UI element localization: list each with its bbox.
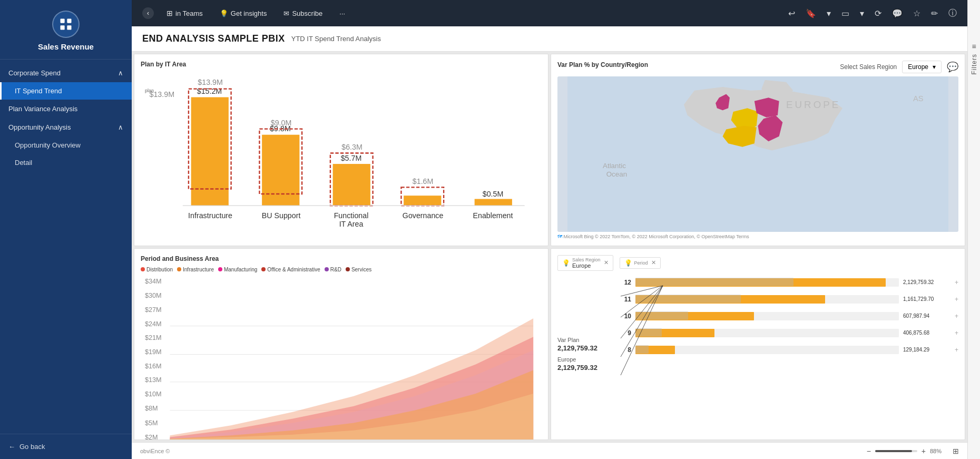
ellipsis-icon: ··· — [339, 9, 345, 17]
zoom-slider-fill — [875, 450, 912, 452]
info-icon[interactable]: ⓘ — [946, 6, 959, 21]
svg-text:$10M: $10M — [145, 390, 162, 397]
map-header: Var Plan % by Country/Region Select Sale… — [557, 61, 958, 73]
zoom-minus-button[interactable]: − — [867, 447, 871, 455]
more-button[interactable]: ··· — [335, 7, 349, 19]
var-bar-overlay-10 — [635, 311, 688, 320]
layout-icon[interactable]: ▭ — [839, 6, 851, 21]
var-value-11: 1,161,729.70 — [903, 296, 950, 302]
sidebar-item-opportunity-analysis[interactable]: Opportunity Analysis ∧ — [0, 118, 132, 136]
var-bar-overlay-8 — [635, 345, 649, 354]
svg-text:$27M: $27M — [145, 306, 162, 313]
var-value-9: 406,875.68 — [903, 330, 950, 336]
subscribe-button[interactable]: ✉ Subscribe — [279, 7, 327, 19]
page-icon[interactable]: ⊞ — [953, 447, 959, 455]
svg-text:$5.7M: $5.7M — [341, 154, 362, 162]
sidebar-nav: Corporate Spend ∧ IT Spend Trend Plan Va… — [0, 60, 132, 434]
svg-rect-2 — [61, 25, 65, 30]
bottom-bar: obviEnce © − + 88% ⊞ — [132, 442, 967, 459]
filters-panel[interactable]: ≡ Filters — [967, 0, 980, 459]
var-plus-9[interactable]: + — [955, 329, 958, 337]
sidebar-footer: ← Go back — [0, 434, 132, 459]
map-comment-icon[interactable]: 💬 — [947, 61, 958, 73]
bulb-icon-filter1: 💡 — [562, 259, 570, 267]
map-container: EUROPE Atlantic Ocean AS — [557, 76, 958, 232]
legend-dot-services — [346, 267, 350, 271]
zoom-plus-button[interactable]: + — [922, 447, 926, 455]
star-icon[interactable]: ☆ — [911, 6, 923, 21]
go-back-button[interactable]: ← Go back — [8, 443, 123, 451]
edit-icon[interactable]: ✏ — [929, 6, 940, 21]
var-bar-overlay-11 — [635, 295, 741, 303]
region-selector[interactable]: Europe ▾ — [902, 61, 942, 73]
sidebar-item-opportunity-overview[interactable]: Opportunity Overview — [0, 136, 132, 154]
brand-label: obviEnce © — [140, 448, 170, 454]
svg-text:$21M: $21M — [145, 334, 162, 341]
svg-text:$34M: $34M — [145, 277, 162, 285]
svg-text:BU Support: BU Support — [262, 211, 301, 220]
var-bar-bg-9 — [635, 329, 899, 337]
variance-content: Var Plan 2,129,759.32 Europe 2,129,759.3… — [557, 275, 958, 434]
var-bar-bg-10 — [635, 312, 899, 320]
svg-rect-15 — [333, 164, 370, 206]
svg-rect-3 — [67, 25, 71, 30]
var-plus-8[interactable]: + — [955, 346, 958, 354]
refresh-icon[interactable]: ⟳ — [873, 6, 884, 21]
get-insights-button[interactable]: 💡 Get insights — [215, 7, 271, 19]
panel-variance: 💡 Sales Region Europe ✕ 💡 Period ✕ — [551, 248, 965, 441]
layout-chevron-icon[interactable]: ▾ — [858, 6, 866, 21]
legend-manufacturing: Manufacturing — [218, 267, 257, 272]
var-plan-value: 2,129,759.32 — [557, 344, 615, 352]
dashboard: Plan by IT Area plan $13.9M $15.2M $13.9… — [132, 52, 967, 442]
sidebar-item-detail[interactable]: Detail — [0, 154, 132, 171]
europe-value: 2,129,759.32 — [557, 364, 615, 372]
svg-text:$16M: $16M — [145, 363, 162, 370]
teams-button[interactable]: ⊞ in Teams — [162, 7, 207, 19]
svg-text:Governance: Governance — [403, 211, 444, 220]
main-area: ‹ ⊞ in Teams 💡 Get insights ✉ Subscribe … — [132, 0, 967, 459]
legend-distribution: Distribution — [141, 267, 173, 272]
svg-rect-1 — [67, 19, 71, 23]
comment-icon[interactable]: 💬 — [890, 6, 905, 21]
legend-dot-office — [261, 267, 266, 271]
filter-close-2[interactable]: ✕ — [651, 259, 656, 266]
var-value-8: 129,184.29 — [903, 347, 950, 353]
var-row-8: 8 129,184.29 + — [621, 343, 958, 357]
svg-text:IT Area: IT Area — [339, 220, 364, 228]
var-plus-11[interactable]: + — [955, 296, 958, 303]
legend-dot-distribution — [141, 267, 145, 271]
zoom-slider[interactable] — [875, 450, 917, 452]
bar-chart-svg: $13.9M $15.2M $13.9M Infrastructure $9.8… — [141, 72, 542, 239]
bookmark-icon[interactable]: 🔖 — [803, 6, 818, 21]
var-plus-12[interactable]: + — [955, 279, 958, 286]
var-value-12: 2,129,759.32 — [903, 279, 950, 285]
legend-dot-infrastructure — [177, 267, 181, 271]
report-header: END ANALYSIS SAMPLE PBIX YTD IT Spend Tr… — [132, 26, 967, 52]
var-row-9: 9 406,875.68 + — [621, 326, 958, 340]
arrow-left-icon: ← — [8, 443, 15, 451]
app-logo — [52, 11, 80, 38]
filter-close-1[interactable]: ✕ — [604, 259, 609, 266]
filters-label[interactable]: Filters — [971, 54, 978, 75]
var-bar-overlay-9 — [635, 328, 662, 337]
sidebar-header: Sales Revenue — [0, 0, 132, 60]
legend-dot-rd — [325, 267, 329, 271]
bookmark-chevron-icon[interactable]: ▾ — [825, 6, 833, 21]
var-row-10: 10 607,987.94 + — [621, 309, 958, 324]
bulb-icon-filter2: 💡 — [624, 259, 632, 267]
undo-icon[interactable]: ↩ — [786, 6, 797, 21]
sidebar-item-corporate-spend[interactable]: Corporate Spend ∧ — [0, 64, 132, 82]
teams-icon: ⊞ — [166, 9, 173, 17]
plan-label: plan — [145, 88, 154, 93]
chevron-up-icon: ∧ — [118, 69, 123, 77]
topbar-left: ⊞ in Teams 💡 Get insights ✉ Subscribe ··… — [162, 7, 349, 19]
var-plus-10[interactable]: + — [955, 312, 958, 320]
legend-services: Services — [346, 267, 371, 272]
sidebar-item-it-spend-trend[interactable]: IT Spend Trend — [0, 82, 132, 100]
svg-text:$0.5M: $0.5M — [483, 190, 504, 198]
collapse-sidebar-button[interactable]: ‹ — [142, 7, 154, 19]
legend-office: Office & Administrative — [261, 267, 320, 272]
svg-text:Infrastructure: Infrastructure — [188, 211, 232, 220]
legend-dot-manufacturing — [218, 267, 222, 271]
sidebar-item-plan-variance[interactable]: Plan Variance Analysis — [0, 100, 132, 118]
